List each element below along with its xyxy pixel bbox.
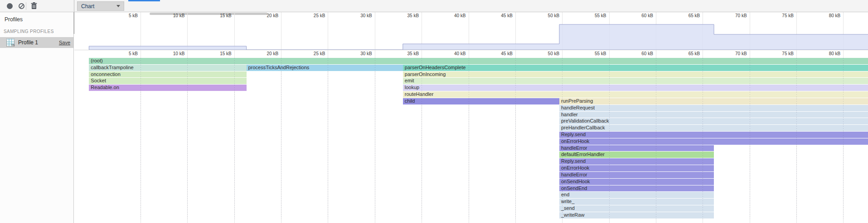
toolbar-divider: [74, 0, 74, 12]
sampling-profiles-section-label: SAMPLING PROFILES: [0, 23, 73, 34]
ruler-tick-label: 60 kB: [621, 51, 653, 56]
flame-bar-handleerror[interactable]: handleError: [559, 145, 714, 152]
memory-profiler-window: Chart Profiles SAMPLING PROFILES % Profi…: [0, 0, 868, 223]
ruler-tick-label: 80 kB: [809, 51, 840, 56]
profile-name: Profile 1: [18, 39, 59, 46]
flame-bar-handleerror[interactable]: handleError: [559, 172, 714, 178]
flame-bar-callbacktrampoline[interactable]: callbackTrampoline: [89, 65, 246, 71]
flame-bar-readable.on[interactable]: Readable.on: [89, 85, 246, 91]
flame-bar-emit[interactable]: emit: [403, 78, 868, 84]
toolbar-separator: [26, 2, 26, 10]
chart-view-select[interactable]: Chart: [77, 1, 124, 11]
flame-bar-socket[interactable]: Socket: [89, 78, 246, 84]
flame-bar-child[interactable]: child: [403, 98, 559, 104]
flame-bar-routehandler[interactable]: routeHandler: [403, 91, 868, 98]
spreadsheet-percent-icon: %: [6, 38, 15, 47]
flame-bar-parseronincoming[interactable]: parserOnIncoming: [403, 71, 868, 78]
toolbar: Chart: [0, 0, 868, 12]
ruler-tick-label: 70 kB: [715, 51, 747, 56]
delete-button[interactable]: [28, 0, 40, 12]
record-icon: [7, 3, 13, 9]
ruler-divider: [74, 50, 868, 50]
flame-bar-onconnection[interactable]: onconnection: [89, 71, 246, 78]
flame-bar-end[interactable]: end: [559, 192, 714, 198]
active-tab-indicator: [128, 0, 160, 1]
memory-overview-graph[interactable]: [74, 12, 868, 50]
flame-bar-prehandlercallback[interactable]: preHandlerCallback: [559, 125, 868, 131]
dropdown-caret-icon: [116, 5, 120, 7]
ruler-tick-label: 10 kB: [153, 51, 184, 56]
flame-bar-onsendhook[interactable]: onSendHook: [559, 179, 714, 185]
svg-text:%: %: [11, 43, 15, 47]
flame-bar-handler[interactable]: handler: [559, 112, 868, 118]
flame-bar-_writeraw[interactable]: _writeRaw: [559, 212, 714, 218]
sidebar: Profiles SAMPLING PROFILES % Profile 1 S…: [0, 12, 74, 223]
sidebar-title: Profiles: [0, 12, 73, 23]
flame-chart-area: 5 kB10 kB15 kB20 kB25 kB30 kB35 kB40 kB4…: [74, 12, 868, 223]
flame-bar-onsendend[interactable]: onSendEnd: [559, 185, 714, 192]
flame-bar-reply.send[interactable]: Reply.send: [559, 158, 714, 165]
ruler-tick-label: 55 kB: [575, 51, 606, 56]
ruler-tick-label: 15 kB: [200, 51, 232, 56]
ruler-tick-label: 75 kB: [762, 51, 794, 56]
ruler-tick-label: 40 kB: [434, 51, 466, 56]
save-link[interactable]: Save: [59, 40, 70, 45]
flame-bar-lookup[interactable]: lookup: [403, 85, 868, 91]
record-button[interactable]: [4, 0, 15, 12]
ruler-tick-label: 5 kB: [106, 51, 138, 56]
flame-bar-handlerequest[interactable]: handleRequest: [559, 105, 868, 111]
flame-bar-processticksandrejections[interactable]: processTicksAndRejections: [247, 65, 403, 71]
ruler-tick-label: 65 kB: [668, 51, 700, 56]
flame-bar-defaulterrorhandler[interactable]: defaultErrorHandler: [559, 152, 714, 158]
ruler-tick-label: 20 kB: [247, 51, 278, 56]
flame-bar-parseronheaderscomplete[interactable]: parserOnHeadersComplete: [403, 65, 868, 71]
flame-bar-onerrorhook[interactable]: onErrorHook: [559, 138, 868, 145]
flame-bar-reply.send[interactable]: Reply.send: [559, 132, 868, 138]
flame-bar-prevalidationcallback[interactable]: preValidationCallback: [559, 118, 868, 124]
ruler-tick-label: 50 kB: [528, 51, 559, 56]
sidebar-item-profile-1[interactable]: % Profile 1 Save: [0, 37, 73, 48]
ruler-tick-label: 45 kB: [481, 51, 513, 56]
flame-bar-root[interactable]: (root): [89, 58, 868, 64]
chart-view-select-label: Chart: [81, 3, 116, 9]
ruler-tick-label: 35 kB: [387, 51, 419, 56]
trash-icon: [31, 2, 37, 9]
ruler-tick-label: 25 kB: [293, 51, 325, 56]
flame-bar-runpreparsing[interactable]: runPreParsing: [559, 98, 868, 104]
ruler-tick-label: 30 kB: [340, 51, 372, 56]
flame-bar-write_[interactable]: write_: [559, 199, 714, 205]
block-icon: [19, 3, 24, 9]
flame-bar-onerrorhook[interactable]: onErrorHook: [559, 165, 714, 171]
flame-bar-_send[interactable]: _send: [559, 205, 714, 212]
